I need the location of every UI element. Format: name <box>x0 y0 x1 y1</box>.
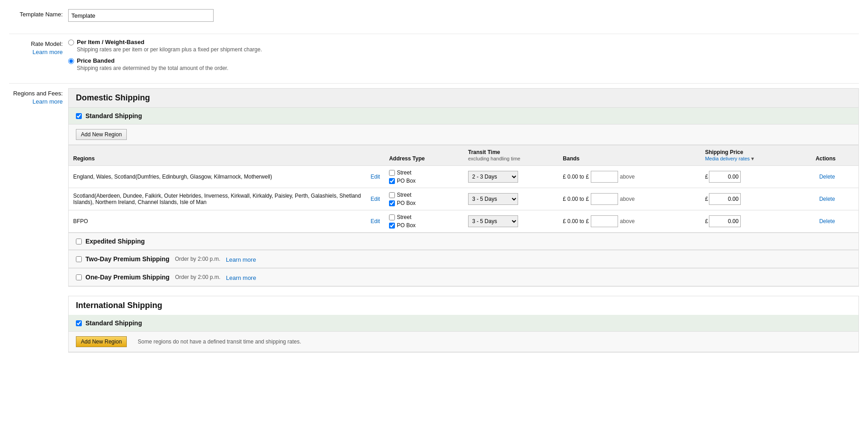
one-day-premium-label: One-Day Premium Shipping <box>85 274 170 281</box>
standard-shipping-domestic-label: Standard Shipping <box>85 112 142 119</box>
some-regions-note: Some regions do not have a defined trans… <box>138 338 301 345</box>
pobox-checkbox-3[interactable] <box>389 223 395 229</box>
template-name-input[interactable] <box>68 9 214 22</box>
domestic-shipping-title: Domestic Shipping <box>76 93 150 103</box>
domestic-shipping-section: Domestic Shipping Standard Shipping Add … <box>68 88 859 287</box>
bands-from-1: £ 0.00 to <box>563 174 584 180</box>
edit-region-1[interactable]: Edit <box>371 174 380 180</box>
th-regions: Regions <box>69 145 384 166</box>
price-banded-desc: Shipping rates are determined by the tot… <box>77 65 229 71</box>
th-bands: Bands <box>559 145 701 166</box>
rate-model-options: Per Item / Weight-Based Shipping rates a… <box>68 39 262 71</box>
regions-fees-learn-more[interactable]: Learn more <box>9 98 63 105</box>
pobox-checkbox-2[interactable] <box>389 200 395 206</box>
bands-from-3: £ 0.00 to <box>563 218 584 224</box>
per-item-radio[interactable] <box>68 40 74 45</box>
delete-row-3[interactable]: Delete <box>819 218 835 224</box>
region-text-3: BFPO <box>73 218 88 224</box>
international-shipping-title: International Shipping <box>76 301 851 310</box>
price-banded-radio[interactable] <box>68 58 74 64</box>
per-item-desc: Shipping rates are per item or per kilog… <box>77 46 262 53</box>
table-row: BFPO Edit Street <box>69 210 858 233</box>
street-checkbox-1[interactable] <box>389 170 395 176</box>
th-address-type: Address Type <box>384 145 464 166</box>
transit-select-2[interactable]: 3 - 5 Days 1 Day 2 - 3 Days 5 - 7 Days <box>468 193 518 205</box>
table-row: Scotland(Aberdeen, Dundee, Falkirk, Oute… <box>69 188 858 210</box>
th-shipping-price: Shipping Price Media delivery rates ▾ <box>700 145 811 166</box>
media-delivery-link[interactable]: Media delivery rates <box>705 156 749 161</box>
standard-shipping-intl-label: Standard Shipping <box>85 319 142 327</box>
bands-from-2: £ 0.00 to <box>563 196 584 202</box>
standard-shipping-domestic-checkbox[interactable] <box>76 113 82 119</box>
add-new-region-intl-btn[interactable]: Add New Region <box>76 336 127 347</box>
edit-region-2[interactable]: Edit <box>371 196 380 202</box>
one-day-learn-more[interactable]: Learn more <box>226 274 256 281</box>
region-text-1: England, Wales, Scotland(Dumfries, Edinb… <box>73 174 272 180</box>
rate-model-learn-more[interactable]: Learn more <box>9 49 63 55</box>
expedited-shipping-label: Expedited Shipping <box>85 238 145 245</box>
delete-row-2[interactable]: Delete <box>819 196 835 202</box>
th-actions: Actions <box>811 145 858 166</box>
international-shipping-section: International Shipping Standard Shipping… <box>68 296 859 353</box>
table-row: England, Wales, Scotland(Dumfries, Edinb… <box>69 166 858 188</box>
template-name-label: Template Name: <box>9 9 68 18</box>
add-new-region-domestic-btn[interactable]: Add New Region <box>76 129 127 140</box>
price-input-1[interactable] <box>709 171 741 183</box>
th-transit: Transit Time excluding handling time <box>464 145 559 166</box>
two-day-order-by: Order by 2:00 p.m. <box>175 256 220 262</box>
standard-shipping-domestic: Standard Shipping Add New Region Regions… <box>69 108 858 233</box>
region-text-2: Scotland(Aberdeen, Dundee, Falkirk, Oute… <box>73 193 367 205</box>
bands-upper-3[interactable] <box>591 215 618 227</box>
one-day-order-by: Order by 2:00 p.m. <box>175 274 220 280</box>
per-item-label: Per Item / Weight-Based <box>77 39 262 45</box>
two-day-premium-checkbox[interactable] <box>76 256 82 262</box>
price-input-3[interactable] <box>709 215 741 227</box>
price-input-2[interactable] <box>709 193 741 205</box>
bands-upper-1[interactable] <box>591 171 618 183</box>
delete-row-1[interactable]: Delete <box>819 174 835 180</box>
price-banded-label: Price Banded <box>77 57 229 64</box>
transit-select-3[interactable]: 3 - 5 Days 1 Day 2 - 3 Days 5 - 7 Days <box>468 215 518 227</box>
edit-region-3[interactable]: Edit <box>371 218 380 224</box>
street-checkbox-2[interactable] <box>389 192 395 198</box>
two-day-premium-label: Two-Day Premium Shipping <box>85 255 170 263</box>
regions-fees-label: Regions and Fees: Learn more <box>9 88 68 105</box>
pobox-checkbox-1[interactable] <box>389 178 395 184</box>
transit-select-1[interactable]: 2 - 3 Days 1 Day 3 - 5 Days 5 - 7 Days <box>468 171 518 183</box>
rate-model-label: Rate Model: Learn more <box>9 39 68 55</box>
one-day-premium-checkbox[interactable] <box>76 274 82 280</box>
expedited-shipping-checkbox[interactable] <box>76 239 82 244</box>
street-checkbox-3[interactable] <box>389 214 395 220</box>
standard-shipping-table: Regions Address Type Transit Time exclud… <box>69 145 858 233</box>
two-day-learn-more[interactable]: Learn more <box>226 256 256 263</box>
bands-upper-2[interactable] <box>591 193 618 205</box>
standard-shipping-intl-checkbox[interactable] <box>76 320 82 326</box>
